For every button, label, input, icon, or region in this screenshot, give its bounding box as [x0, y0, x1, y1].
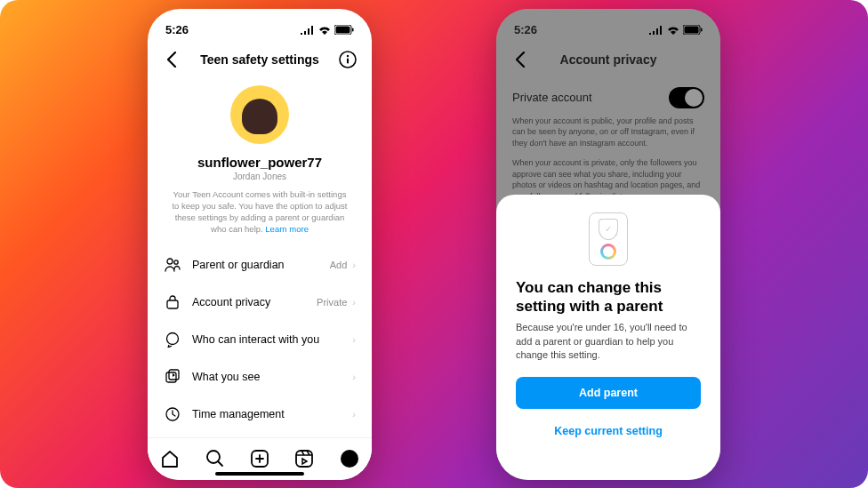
- info-icon: [339, 51, 357, 68]
- status-bar: 5:26: [148, 9, 372, 43]
- svg-rect-1: [336, 27, 350, 34]
- chevron-left-icon: [167, 52, 177, 68]
- info-button[interactable]: [338, 50, 358, 69]
- svg-point-16: [341, 450, 358, 468]
- setting-label: Account privacy: [192, 296, 317, 308]
- svg-rect-10: [166, 372, 176, 382]
- home-indicator: [215, 472, 304, 476]
- wifi-icon: [318, 26, 331, 35]
- search-icon: [205, 449, 225, 468]
- setting-interact[interactable]: Who can interact with you ›: [148, 321, 372, 358]
- page-title: Teen safety settings: [181, 52, 338, 67]
- profile-icon: [340, 449, 359, 468]
- sheet-description: Because you're under 16, you'll need to …: [516, 321, 701, 362]
- add-parent-button[interactable]: Add parent: [516, 377, 701, 409]
- phone-account-privacy: 5:26 Account privacy Private account Whe…: [496, 9, 720, 480]
- phone-shield-illustration: ✓: [589, 212, 628, 266]
- settings-list: Parent or guardian Add › Account privacy…: [148, 241, 372, 438]
- nav-create[interactable]: [250, 449, 269, 468]
- reels-icon: [294, 449, 314, 468]
- learn-more-link[interactable]: Learn more: [265, 224, 309, 234]
- chevron-right-icon: ›: [352, 334, 356, 345]
- svg-rect-2: [352, 28, 354, 32]
- media-icon: [164, 368, 181, 386]
- setting-value: Add: [330, 260, 348, 270]
- signal-icon: [301, 26, 315, 35]
- header: Teen safety settings: [148, 43, 372, 76]
- chat-icon: [164, 331, 181, 348]
- svg-rect-8: [167, 300, 178, 308]
- setting-what-you-see[interactable]: What you see ›: [148, 358, 372, 396]
- avatar: [230, 85, 289, 144]
- svg-point-6: [167, 259, 173, 264]
- setting-account-privacy[interactable]: Account privacy Private ›: [148, 284, 372, 321]
- display-name: Jordan Jones: [165, 172, 354, 181]
- svg-point-7: [174, 260, 178, 263]
- status-time: 5:26: [165, 23, 189, 36]
- setting-label: What you see: [192, 371, 352, 383]
- status-indicators: [301, 25, 354, 35]
- sheet-title: You can change this setting with a paren…: [516, 278, 701, 316]
- nav-profile[interactable]: [340, 449, 359, 468]
- clock-icon: [164, 405, 181, 423]
- keep-setting-button[interactable]: Keep current setting: [516, 418, 701, 444]
- svg-rect-5: [347, 58, 349, 63]
- setting-label: Who can interact with you: [192, 333, 352, 346]
- chevron-right-icon: ›: [352, 409, 356, 420]
- parent-sheet: ✓ You can change this setting with a par…: [496, 195, 720, 480]
- setting-time-management[interactable]: Time management ›: [148, 396, 372, 433]
- chevron-right-icon: ›: [352, 260, 356, 270]
- profile-section: sunflower_power77 Jordan Jones Your Teen…: [148, 76, 372, 241]
- setting-parent-guardian[interactable]: Parent or guardian Add ›: [148, 246, 372, 284]
- gradient-ring-icon: [600, 244, 616, 260]
- setting-label: Time management: [192, 408, 352, 420]
- phone-teen-safety: 5:26 Teen safety settings sunflower_powe…: [148, 9, 372, 480]
- svg-point-4: [347, 54, 349, 56]
- svg-point-9: [167, 332, 179, 344]
- plus-square-icon: [250, 449, 269, 468]
- back-button[interactable]: [162, 50, 181, 69]
- nav-reels[interactable]: [294, 449, 314, 468]
- lock-icon: [164, 293, 181, 311]
- svg-rect-15: [296, 451, 312, 467]
- chevron-right-icon: ›: [352, 372, 356, 382]
- people-icon: [164, 256, 181, 274]
- setting-label: Parent or guardian: [192, 259, 330, 271]
- home-icon: [160, 449, 180, 468]
- nav-home[interactable]: [160, 449, 180, 468]
- chevron-right-icon: ›: [352, 297, 356, 308]
- nav-search[interactable]: [205, 449, 225, 468]
- battery-icon: [334, 25, 354, 35]
- setting-value: Private: [317, 297, 347, 308]
- username: sunflower_power77: [165, 155, 354, 170]
- shield-icon: ✓: [599, 219, 618, 240]
- description: Your Teen Account comes with built-in se…: [165, 188, 354, 236]
